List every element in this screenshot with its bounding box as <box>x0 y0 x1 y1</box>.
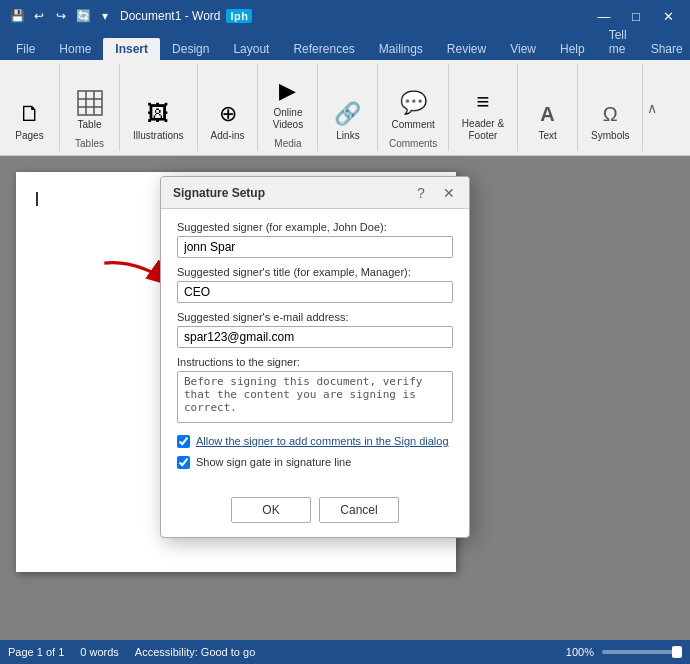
ribbon-group-tables: Table Tables <box>60 64 120 151</box>
title-input[interactable] <box>177 281 453 303</box>
quick-access-toolbar: 💾 ↩ ↪ 🔄 ▾ <box>8 7 114 25</box>
ok-button[interactable]: OK <box>231 497 311 523</box>
redo-icon[interactable]: ↪ <box>52 7 70 25</box>
document-area: Signature Setup ? ✕ Suggested signer (fo… <box>0 156 690 640</box>
checkbox-row-2: Show sign gate in signature line <box>177 455 453 470</box>
ribbon-group-media: ▶ OnlineVideos Media <box>258 64 318 151</box>
instructions-textarea[interactable]: Before signing this document, verify tha… <box>177 371 453 423</box>
symbols-button[interactable]: Ω Symbols <box>586 95 634 145</box>
accessibility-status: Accessibility: Good to go <box>135 646 255 658</box>
addins-items: ⊕ Add-ins <box>206 64 250 149</box>
tab-references[interactable]: References <box>281 38 366 60</box>
pages-button[interactable]: 🗋 Pages <box>9 95 51 145</box>
statusbar: Page 1 of 1 0 words Accessibility: Good … <box>0 640 690 664</box>
allow-comments-label[interactable]: Allow the signer to add comments in the … <box>196 434 449 449</box>
app-title: Document1 - Word <box>120 9 220 23</box>
tab-share[interactable]: Share <box>639 38 690 60</box>
tab-file[interactable]: File <box>4 38 47 60</box>
ribbon-group-comments: 💬 Comment Comments <box>378 64 448 151</box>
addins-label: Add-ins <box>211 130 245 142</box>
word-count: 0 words <box>80 646 119 658</box>
ribbon-group-illustrations: 🖼 Illustrations <box>120 64 198 151</box>
checkbox-row-1: Allow the signer to add comments in the … <box>177 434 453 449</box>
ribbon-group-symbols: Ω Symbols <box>578 64 643 151</box>
ribbon-tabs: File Home Insert Design Layout Reference… <box>0 32 690 60</box>
ribbon-group-addins: ⊕ Add-ins <box>198 64 259 151</box>
titlebar-left: 💾 ↩ ↪ 🔄 ▾ Document1 - Word lph <box>8 7 252 25</box>
online-videos-button[interactable]: ▶ OnlineVideos <box>267 72 309 134</box>
tables-items: Table <box>69 64 111 138</box>
illustrations-button[interactable]: 🖼 Illustrations <box>128 95 189 145</box>
addins-icon: ⊕ <box>212 98 244 130</box>
pages-icon: 🗋 <box>14 98 46 130</box>
dropdown-icon[interactable]: ▾ <box>96 7 114 25</box>
allow-comments-checkbox[interactable] <box>177 435 190 448</box>
text-icon: A <box>532 98 564 130</box>
table-icon <box>74 87 106 119</box>
tab-help[interactable]: Help <box>548 38 597 60</box>
statusbar-right: 100% <box>566 646 682 658</box>
comments-group-label: Comments <box>389 138 437 151</box>
illustrations-items: 🖼 Illustrations <box>128 64 189 149</box>
save-icon[interactable]: 💾 <box>8 7 26 25</box>
dialog-titlebar: Signature Setup ? ✕ <box>161 177 469 209</box>
comment-label: Comment <box>391 119 434 131</box>
tables-group-label: Tables <box>75 138 104 151</box>
show-sign-date-checkbox[interactable] <box>177 456 190 469</box>
headerfooter-items: ≡ Header &Footer <box>457 64 509 149</box>
comment-icon: 💬 <box>397 87 429 119</box>
dialog-help-button[interactable]: ? <box>409 181 433 205</box>
headerfooter-button[interactable]: ≡ Header &Footer <box>457 83 509 145</box>
addins-button[interactable]: ⊕ Add-ins <box>206 95 250 145</box>
signer-input[interactable] <box>177 236 453 258</box>
links-button[interactable]: 🔗 Links <box>327 95 369 145</box>
lph-logo: lph <box>226 9 252 23</box>
instructions-label: Instructions to the signer: <box>177 356 453 368</box>
dialog-close-button[interactable]: ✕ <box>437 181 461 205</box>
table-button[interactable]: Table <box>69 84 111 134</box>
comment-button[interactable]: 💬 Comment <box>386 84 439 134</box>
tab-layout[interactable]: Layout <box>221 38 281 60</box>
illustrations-icon: 🖼 <box>142 98 174 130</box>
tab-view[interactable]: View <box>498 38 548 60</box>
dialog-overlay: Signature Setup ? ✕ Suggested signer (fo… <box>0 156 690 640</box>
media-items: ▶ OnlineVideos <box>267 64 309 138</box>
text-label: Text <box>538 130 556 142</box>
text-button[interactable]: A Text <box>527 95 569 145</box>
ribbon-collapse-button[interactable]: ∧ <box>643 64 661 151</box>
page-info: Page 1 of 1 <box>8 646 64 658</box>
ribbon-group-pages: 🗋 Pages <box>0 64 60 151</box>
refresh-icon[interactable]: 🔄 <box>74 7 92 25</box>
dialog-body: Suggested signer (for example, John Doe)… <box>161 209 469 489</box>
tab-tellme[interactable]: Tell me <box>597 24 639 60</box>
show-sign-date-label[interactable]: Show sign gate in signature line <box>196 455 351 470</box>
tab-insert[interactable]: Insert <box>103 38 160 60</box>
undo-icon[interactable]: ↩ <box>30 7 48 25</box>
signature-setup-dialog: Signature Setup ? ✕ Suggested signer (fo… <box>160 176 470 538</box>
tab-review[interactable]: Review <box>435 38 498 60</box>
zoom-slider[interactable] <box>602 650 682 654</box>
title-label: Suggested signer's title (for example, M… <box>177 266 453 278</box>
dialog-footer: OK Cancel <box>161 489 469 537</box>
tab-mailings[interactable]: Mailings <box>367 38 435 60</box>
svg-rect-0 <box>78 91 102 115</box>
close-button[interactable]: ✕ <box>654 5 682 27</box>
zoom-level: 100% <box>566 646 594 658</box>
dialog-title: Signature Setup <box>173 186 265 200</box>
links-items: 🔗 Links <box>327 64 369 149</box>
ribbon: 🗋 Pages Table Tables <box>0 60 690 156</box>
ribbon-group-headerfooter: ≡ Header &Footer <box>449 64 518 151</box>
headerfooter-label: Header &Footer <box>462 118 504 142</box>
cancel-button[interactable]: Cancel <box>319 497 399 523</box>
symbols-items: Ω Symbols <box>586 64 634 149</box>
links-label: Links <box>336 130 359 142</box>
titlebar: 💾 ↩ ↪ 🔄 ▾ Document1 - Word lph — □ ✕ <box>0 0 690 32</box>
signer-label: Suggested signer (for example, John Doe)… <box>177 221 453 233</box>
email-input[interactable] <box>177 326 453 348</box>
symbols-icon: Ω <box>594 98 626 130</box>
tab-design[interactable]: Design <box>160 38 221 60</box>
headerfooter-icon: ≡ <box>467 86 499 118</box>
tab-home[interactable]: Home <box>47 38 103 60</box>
comments-items: 💬 Comment <box>386 64 439 138</box>
ribbon-group-links: 🔗 Links <box>318 64 378 151</box>
